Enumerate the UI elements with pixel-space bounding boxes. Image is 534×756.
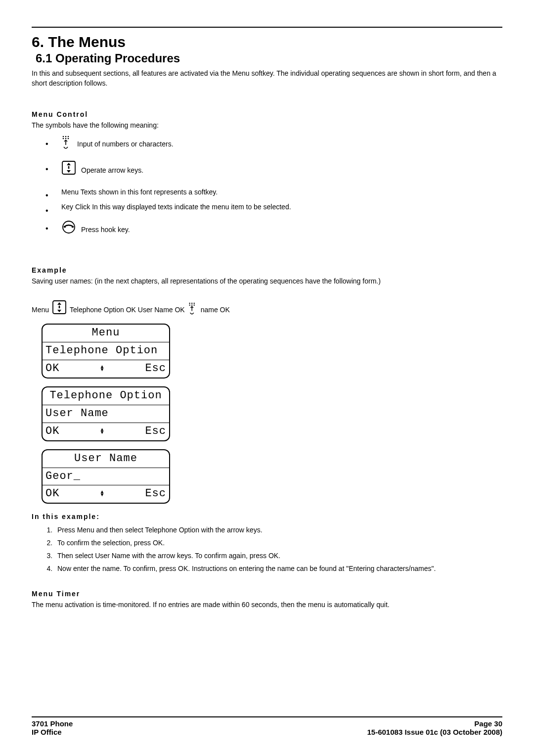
svg-point-4 xyxy=(65,138,67,140)
svg-point-23 xyxy=(191,305,192,306)
scroll-arrows-icon xyxy=(100,366,104,372)
svg-point-3 xyxy=(63,138,64,140)
svg-point-19 xyxy=(189,303,190,304)
scroll-arrows-icon xyxy=(100,491,104,497)
softkey-right[interactable]: Esc xyxy=(145,424,166,439)
svg-point-5 xyxy=(68,138,69,140)
step-item: Press Menu and then select Telephone Opt… xyxy=(54,525,502,535)
screen-value: User Name xyxy=(45,406,109,422)
operating-sequence: Menu Telephone Option OK User Name OK xyxy=(32,300,502,315)
example-steps: Press Menu and then select Telephone Opt… xyxy=(32,525,502,574)
seq-text: Telephone Option OK User Name OK xyxy=(70,305,185,315)
example-lead: Saving user names: (in the next chapters… xyxy=(32,276,502,286)
step-item: Now enter the name. To confirm, press OK… xyxy=(54,564,502,573)
svg-marker-16 xyxy=(57,310,61,312)
menu-timer-heading: Menu Timer xyxy=(32,589,502,599)
keypad-input-icon xyxy=(61,135,72,149)
list-item-text: Input of numbers or characters. xyxy=(77,139,174,149)
svg-point-2 xyxy=(68,136,69,138)
seq-text: Menu xyxy=(32,305,49,315)
intro-paragraph: In this and subsequent sections, all fea… xyxy=(32,68,502,89)
heading-2: 6.1 Operating Procedures xyxy=(36,51,502,65)
footer-right-2: 15-601083 Issue 01c (03 October 2008) xyxy=(367,728,502,736)
svg-point-24 xyxy=(193,305,194,306)
list-item-text: Key Click In this way displayed texts in… xyxy=(61,203,291,211)
page-footer: 3701 Phone Page 30 IP Office 15-601083 I… xyxy=(32,716,502,736)
svg-point-0 xyxy=(63,136,64,138)
symbol-list: Input of numbers or characters. Ope xyxy=(32,135,502,237)
svg-marker-7 xyxy=(67,163,71,165)
screen-title: User Name xyxy=(74,451,137,467)
svg-point-22 xyxy=(189,305,190,306)
page: 6. The Menus 6.1 Operating Procedures In… xyxy=(0,0,534,756)
softkey-left[interactable]: OK xyxy=(45,361,59,377)
step-item: Then select User Name with the arrow key… xyxy=(54,551,502,561)
softkey-left[interactable]: OK xyxy=(45,424,59,439)
screen-title: Menu xyxy=(92,325,120,341)
svg-rect-18 xyxy=(59,307,60,308)
screen-value: Telephone Option xyxy=(45,343,158,359)
list-item-text: Press hook key. xyxy=(81,225,130,235)
step-item: To confirm the selection, press OK. xyxy=(54,538,502,548)
phone-screen: Telephone Option User Name OK Esc xyxy=(42,386,170,441)
menu-control-lead: The symbols have the following meaning: xyxy=(32,120,502,130)
list-item: Press hook key. xyxy=(45,220,502,237)
softkey-left[interactable]: OK xyxy=(45,486,59,502)
keypad-input-icon xyxy=(188,302,198,315)
softkey-right[interactable]: Esc xyxy=(145,486,166,502)
phone-screen: Menu Telephone Option OK Esc xyxy=(42,324,170,378)
svg-rect-12 xyxy=(64,226,66,228)
svg-marker-15 xyxy=(57,302,61,305)
footer-left-1: 3701 Phone xyxy=(32,719,73,728)
top-rule xyxy=(32,27,502,28)
softkey-right[interactable]: Esc xyxy=(145,361,166,377)
phone-screen: User Name Geor_ OK Esc xyxy=(42,449,170,504)
screen-title: Telephone Option xyxy=(49,388,162,404)
footer-rule xyxy=(32,716,502,717)
footer-left-2: IP Office xyxy=(32,728,62,736)
list-item: Menu Texts shown in this font represents… xyxy=(45,187,502,197)
list-item-text: Menu Texts shown in this font represents… xyxy=(61,188,218,196)
in-this-example-heading: In this example: xyxy=(32,512,502,521)
svg-marker-8 xyxy=(67,170,71,173)
menu-timer-text: The menu activation is time-monitored. I… xyxy=(32,600,502,610)
svg-point-17 xyxy=(59,306,60,307)
body-text: In this and subsequent sections, all fea… xyxy=(32,68,502,610)
arrow-keys-icon xyxy=(52,300,67,315)
svg-point-1 xyxy=(65,136,67,138)
svg-rect-10 xyxy=(68,167,70,169)
list-item-text: Operate arrow keys. xyxy=(81,165,143,175)
screen-value: Geor_ xyxy=(45,469,81,484)
svg-point-9 xyxy=(68,166,70,168)
svg-rect-13 xyxy=(72,226,74,228)
svg-point-20 xyxy=(191,303,192,304)
example-heading: Example xyxy=(32,265,502,275)
heading-1: 6. The Menus xyxy=(32,34,502,50)
list-item: Input of numbers or characters. xyxy=(45,135,502,151)
hook-key-icon xyxy=(61,220,76,235)
footer-right-1: Page 30 xyxy=(474,719,502,728)
scroll-arrows-icon xyxy=(100,428,104,434)
seq-text: name OK xyxy=(201,305,230,315)
svg-point-21 xyxy=(193,303,194,304)
arrow-keys-icon xyxy=(61,160,76,175)
list-item: Operate arrow keys. xyxy=(45,160,502,178)
list-item: Key Click In this way displayed texts in… xyxy=(45,202,502,212)
menu-control-heading: Menu Control xyxy=(32,109,502,119)
